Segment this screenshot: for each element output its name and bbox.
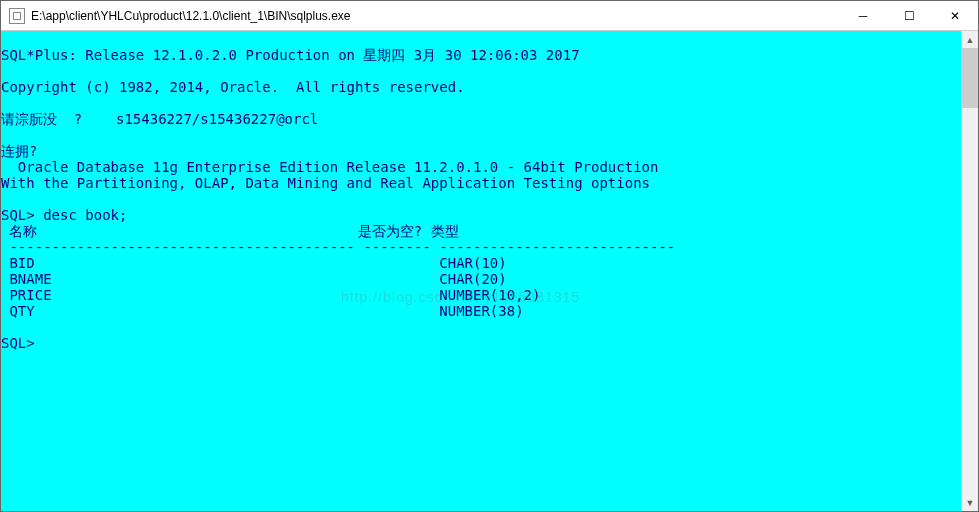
scroll-down-button[interactable]: ▼ bbox=[962, 494, 978, 511]
minimize-button[interactable]: ─ bbox=[840, 1, 886, 30]
scroll-up-button[interactable]: ▲ bbox=[962, 31, 978, 48]
vertical-scrollbar[interactable]: ▲ ▼ bbox=[961, 31, 978, 511]
window-controls: ─ ☐ ✕ bbox=[840, 1, 978, 30]
maximize-button[interactable]: ☐ bbox=[886, 1, 932, 30]
window-title: E:\app\client\YHLCu\product\12.1.0\clien… bbox=[31, 9, 840, 23]
scrollbar-thumb[interactable] bbox=[962, 48, 978, 108]
close-button[interactable]: ✕ bbox=[932, 1, 978, 30]
app-icon bbox=[9, 8, 25, 24]
window-titlebar[interactable]: E:\app\client\YHLCu\product\12.1.0\clien… bbox=[1, 1, 978, 31]
terminal-output[interactable]: SQL*Plus: Release 12.1.0.2.0 Production … bbox=[1, 31, 961, 511]
console-area: SQL*Plus: Release 12.1.0.2.0 Production … bbox=[1, 31, 978, 511]
